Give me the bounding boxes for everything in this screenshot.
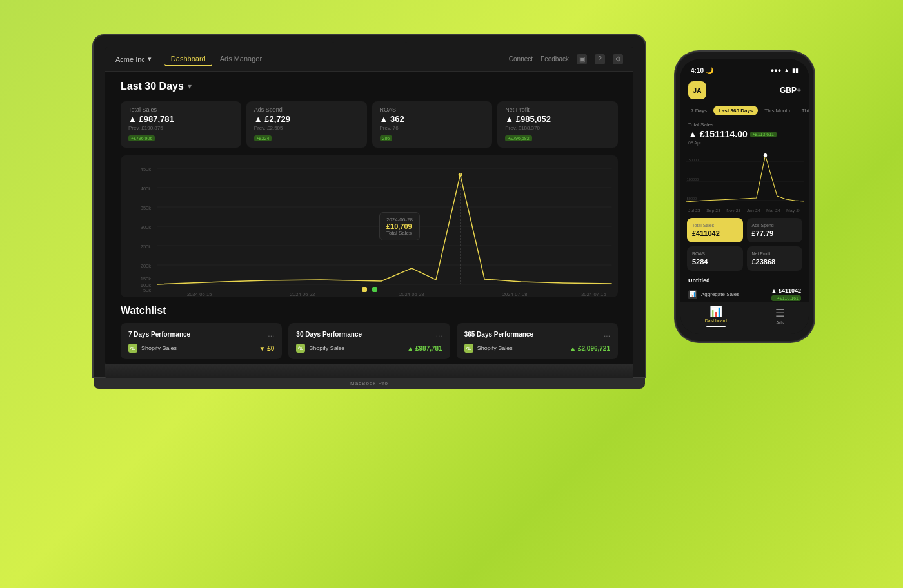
nav-item-ads[interactable]: ☰ Ads [775, 307, 784, 325]
watchlist-card-dots[interactable]: ... [268, 329, 274, 338]
macbook-bottom: MacBook Pro [94, 377, 645, 389]
watchlist-row: 🛍 Shopify Sales ▲ £2,096,721 [464, 344, 610, 353]
macbook-screen: Acme Inc ▾ Dashboard Ads Manager [105, 47, 633, 364]
date-selector-label: Last 30 Days [121, 81, 184, 92]
watchlist-row: 🛍 Shopify Sales ▼ £0 [128, 344, 274, 353]
x-label-jul23: Jul 23 [688, 208, 700, 213]
status-time: 4:10 🌙 [691, 67, 713, 74]
stat-value: £411042 [692, 230, 738, 237]
watchlist-card-header: 7 Days Performance ... [128, 329, 274, 338]
date-dropdown-icon: ▾ [188, 82, 192, 91]
svg-point-29 [764, 153, 767, 157]
svg-text:50000: 50000 [687, 197, 697, 201]
watchlist-cards: 7 Days Performance ... 🛍 Shopify Sales [121, 323, 618, 359]
metric-label: Net Profit [505, 106, 610, 113]
iphone-screen: 4:10 🌙 ●●● ▲ ▮▮ JA GBP+ [680, 59, 809, 334]
shopify-icon: 🛍 [128, 344, 137, 353]
watchlist-row-left: 🛍 Shopify Sales [464, 344, 513, 353]
watchlist-row-label: Shopify Sales [309, 345, 344, 351]
iphone-chart: 150000 100000 50000 [686, 149, 804, 207]
date-selector[interactable]: Last 30 Days ▾ [121, 81, 618, 92]
tooltip-date: 2024-06-28 [386, 217, 413, 222]
metric-label: ROAS [380, 106, 485, 113]
moon-icon: 🌙 [706, 67, 713, 74]
tab-365days[interactable]: Last 365 Days [713, 106, 758, 115]
chevron-down-icon: ▾ [148, 55, 152, 63]
iphone-agg-label: Aggregate Sales [701, 291, 739, 297]
company-selector[interactable]: Acme Inc ▾ [115, 55, 152, 63]
macbook-label: MacBook Pro [350, 380, 388, 386]
connect-button[interactable]: Connect [509, 55, 533, 63]
iphone-status-bar: 4:10 🌙 ●●● ▲ ▮▮ [680, 59, 809, 77]
tab-dashboard[interactable]: Dashboard [164, 52, 212, 66]
tab-this-year[interactable]: This Year [797, 106, 809, 115]
macbook-screen-outer: Acme Inc ▾ Dashboard Ads Manager [94, 35, 645, 377]
wifi-icon: ▲ [784, 67, 789, 74]
x-label-jan24: Jan 24 [747, 208, 760, 213]
watchlist-card-7days: 7 Days Performance ... 🛍 Shopify Sales [121, 323, 282, 359]
svg-text:350k: 350k [141, 205, 151, 211]
stat-card-total-sales: Total Sales £411042 [687, 218, 743, 242]
stat-value: £23868 [752, 258, 798, 266]
scene: Acme Inc ▾ Dashboard Ads Manager [0, 0, 903, 588]
watchlist-card-365days: 365 Days Performance ... 🛍 Shopify Sales [457, 323, 618, 359]
iphone: 4:10 🌙 ●●● ▲ ▮▮ JA GBP+ [675, 52, 814, 342]
iphone-metric-row: ▲ £151114.00 +£113,611 [688, 129, 801, 139]
metric-badge: +£796,682 [505, 135, 531, 141]
svg-text:2024-07-08: 2024-07-08 [502, 291, 527, 297]
svg-text:100000: 100000 [687, 177, 699, 181]
macbook: Acme Inc ▾ Dashboard Ads Manager [94, 35, 645, 397]
chart-tooltip: 2024-06-28 £10,709 Total Sales [379, 212, 420, 240]
signal-icon: ●●● [771, 67, 781, 74]
shopify-icon: 🛍 [296, 344, 305, 353]
nav-label-ads: Ads [776, 320, 784, 325]
x-label-sep23: Sep 23 [706, 208, 720, 213]
app-header: Acme Inc ▾ Dashboard Ads Manager [105, 47, 633, 72]
stat-label: Ads Spend [752, 223, 798, 228]
iphone-time-tabs: 7 Days Last 365 Days This Month This Yea… [680, 103, 809, 118]
tab-ads-manager[interactable]: Ads Manager [213, 52, 268, 66]
tab-7days[interactable]: 7 Days [686, 106, 712, 115]
watchlist-row-label: Shopify Sales [141, 345, 177, 351]
iphone-section-title: Untitled [680, 275, 809, 285]
x-label-mar24: Mar 24 [766, 208, 780, 213]
nav-label-dashboard: Dashboard [705, 318, 727, 323]
metric-badge: +£796,906 [128, 135, 155, 141]
iphone-body: 4:10 🌙 ●●● ▲ ▮▮ JA GBP+ [675, 52, 814, 342]
watchlist-card-header: 365 Days Performance ... [464, 329, 610, 338]
watchlist-card-title: 365 Days Performance [464, 331, 533, 338]
watchlist-row-label: Shopify Sales [477, 345, 513, 351]
svg-text:200k: 200k [141, 263, 151, 269]
metric-label: Ads Spend [254, 106, 359, 113]
battery-icon: ▮▮ [792, 67, 799, 74]
iphone-metric-title: Total Sales [688, 122, 801, 128]
monitor-icon[interactable]: ▣ [577, 54, 587, 64]
x-label-nov23: Nov 23 [726, 208, 740, 213]
watchlist-section: Watchlist 7 Days Performance ... [121, 305, 618, 359]
iphone-agg-badge: +£110,161 [771, 295, 801, 301]
iphone-agg-right: ▲ £411042 +£110,161 [771, 288, 801, 301]
metrics-row: Total Sales ▲ £987,781 Prev. £190,875 +£… [121, 101, 618, 148]
avatar[interactable]: JA [688, 81, 706, 99]
legend-green [372, 287, 377, 292]
feedback-button[interactable]: Feedback [541, 55, 569, 63]
metric-badge: 286 [380, 135, 393, 141]
stat-label: Net Profit [752, 251, 798, 256]
company-name: Acme Inc [115, 55, 145, 63]
watchlist-title: Watchlist [121, 305, 618, 317]
iphone-x-labels: Jul 23 Sep 23 Nov 23 Jan 24 Mar 24 May 2… [680, 207, 809, 214]
metric-label: Total Sales [128, 106, 233, 113]
settings-icon[interactable]: ⚙ [613, 54, 623, 64]
nav-item-dashboard[interactable]: 📊 Dashboard [705, 305, 727, 327]
tab-this-month[interactable]: This Month [759, 106, 795, 115]
stat-label: ROAS [692, 251, 738, 256]
watchlist-card-dots[interactable]: ... [604, 329, 610, 338]
iphone-app-header: JA GBP+ [680, 77, 809, 103]
metric-prev: Prev. £190,875 [128, 125, 233, 131]
watchlist-value: ▲ £987,781 [407, 345, 442, 352]
watchlist-card-dots[interactable]: ... [436, 329, 442, 338]
dashboard-nav-icon: 📊 [710, 305, 722, 317]
iphone-stats-grid: Total Sales £411042 Ads Spend £77.79 ROA… [680, 214, 809, 275]
question-icon[interactable]: ? [595, 54, 605, 64]
svg-text:2024-06-28: 2024-06-28 [399, 291, 424, 297]
